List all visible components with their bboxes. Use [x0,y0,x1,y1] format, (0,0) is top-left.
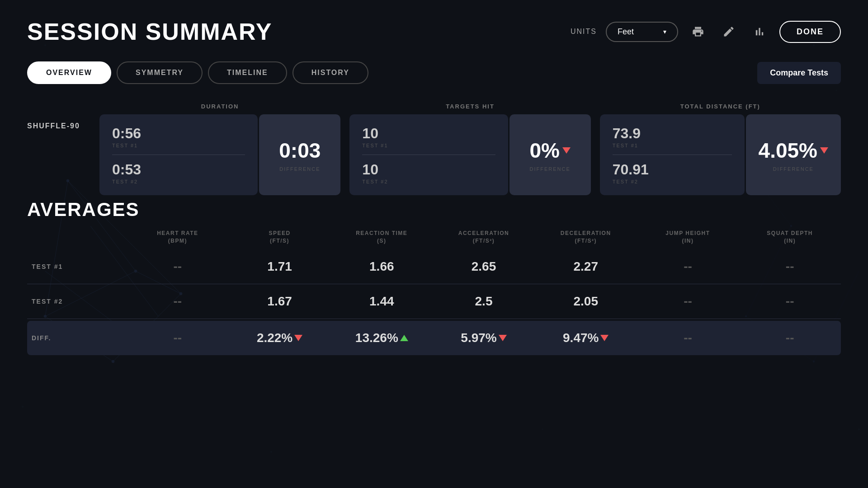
diff-heart-rate: -- [127,331,229,345]
page-title: SESSION SUMMARY [27,18,272,45]
distance-diff-card: 4.05% DIFFERENCE [746,114,841,195]
duration-test2-label: TEST #2 [112,179,245,184]
duration-group: 0:56 TEST #1 0:53 TEST #2 0:03 D [99,114,340,195]
tab-symmetry[interactable]: SYMMETRY [117,61,203,84]
tab-history[interactable]: HISTORY [292,61,368,84]
diff-jump: -- [637,331,739,345]
avg-col-decel: DECELERATION(FT/S²) [535,230,637,245]
diff-speed: 2.22% [229,331,331,345]
test2-speed: 1.67 [229,294,331,309]
diff-squat: -- [739,331,841,345]
tabs: OVERVIEW SYMMETRY TIMELINE HISTORY [27,61,368,84]
distance-test1-label: TEST #1 [613,143,732,148]
units-label: UNITS [571,28,597,36]
targets-tests-card: 10 TEST #1 10 TEST #2 [349,114,508,195]
chart-icon[interactable] [749,21,770,42]
distance-test2-label: TEST #2 [613,179,732,184]
test2-row-label: TEST #2 [27,298,127,305]
test1-heart-rate: -- [127,259,229,274]
targets-test1-label: TEST #1 [362,143,495,148]
duration-label: DURATION [99,103,340,110]
distance-tests-card: 73.9 TEST #1 70.91 TEST #2 [600,114,745,195]
duration-diff-card: 0:03 DIFFERENCE [259,114,340,195]
avg-col-squat: SQUAT DEPTH(IN) [739,230,841,245]
averages-title: AVERAGES [27,199,841,221]
test2-decel: 2.05 [535,294,637,309]
shuffle-label: SHUFFLE-90 [27,122,99,130]
tab-overview[interactable]: OVERVIEW [27,61,111,84]
diff-row-label: DIFF. [27,334,127,342]
targets-hit-group: 10 TEST #1 10 TEST #2 0% [349,114,590,195]
distance-diff-label: DIFFERENCE [773,166,814,172]
svg-point-28 [270,451,272,453]
averages-diff-row: DIFF. -- 2.22% 13.26% 5.97% 9.47% [27,321,841,355]
averages-section: AVERAGES HEART RATE(BPM) SPEED(FT/S) REA… [27,199,841,355]
test2-squat: -- [739,294,841,309]
test1-squat: -- [739,259,841,274]
distance-test1-value: 73.9 [613,125,732,142]
test1-row-label: TEST #1 [27,263,127,270]
distance-diff-down-icon [820,147,828,154]
edit-icon[interactable] [718,21,740,42]
units-value: Feet [618,27,634,37]
duration-test1-value: 0:56 [112,125,245,142]
done-button[interactable]: DONE [779,21,841,43]
distance-test2-value: 70.91 [613,161,732,178]
distance-group: 73.9 TEST #1 70.91 TEST #2 4.05% [600,114,841,195]
duration-test2-value: 0:53 [112,161,245,178]
print-icon[interactable] [687,21,709,42]
test1-speed: 1.71 [229,259,331,274]
duration-diff-label: DIFFERENCE [279,166,320,172]
compare-tests-button[interactable]: Compare Tests [757,62,841,84]
svg-point-27 [858,428,860,430]
diff-decel: 9.47% [535,331,637,345]
averages-header-row: HEART RATE(BPM) SPEED(FT/S) REACTION TIM… [27,230,841,249]
diff-accel-down-icon [499,335,507,341]
diff-reaction-up-icon [400,335,408,341]
test1-decel: 2.27 [535,259,637,274]
test1-jump: -- [637,259,739,274]
targets-test1-value: 10 [362,125,495,142]
averages-test1-row: TEST #1 -- 1.71 1.66 2.65 2.27 -- -- [27,249,841,284]
header: SESSION SUMMARY UNITS Feet ▾ [27,18,841,45]
avg-col-jump: JUMP HEIGHT(IN) [637,230,739,245]
duration-diff-value: 0:03 [279,138,321,163]
avg-col-heart-rate: HEART RATE(BPM) [127,230,229,245]
chevron-down-icon: ▾ [663,28,666,35]
total-distance-label: TOTAL DISTANCE (FT) [600,103,841,110]
targets-diff-label: DIFFERENCE [530,166,571,172]
svg-point-26 [22,406,24,408]
targets-diff-down-icon [562,147,571,154]
targets-diff-value: 0% [529,138,570,163]
diff-decel-down-icon [600,335,609,341]
test2-reaction: 1.44 [330,294,433,309]
test2-accel: 2.5 [433,294,535,309]
test1-accel: 2.65 [433,259,535,274]
stats-section: SHUFFLE-90 DURATION [27,99,841,195]
diff-accel: 5.97% [433,331,535,345]
nav-row: OVERVIEW SYMMETRY TIMELINE HISTORY Compa… [27,61,841,84]
targets-test2-value: 10 [362,161,495,178]
targets-hit-label: TARGETS HIT [349,103,590,110]
stats-label-col: SHUFFLE-90 [27,99,99,136]
avg-col-reaction: REACTION TIME(S) [330,230,433,245]
tab-timeline[interactable]: TIMELINE [208,61,287,84]
averages-table: HEART RATE(BPM) SPEED(FT/S) REACTION TIM… [27,230,841,355]
targets-test2-label: TEST #2 [362,179,495,184]
header-controls: UNITS Feet ▾ DONE [571,21,841,43]
diff-speed-down-icon [294,335,302,341]
svg-point-29 [542,429,543,430]
test2-jump: -- [637,294,739,309]
distance-diff-value: 4.05% [759,138,828,163]
averages-test2-row: TEST #2 -- 1.67 1.44 2.5 2.05 -- -- [27,284,841,319]
avg-col-speed: SPEED(FT/S) [229,230,331,245]
diff-reaction: 13.26% [330,331,433,345]
targets-diff-card: 0% DIFFERENCE [509,114,591,195]
test2-heart-rate: -- [127,294,229,309]
test1-reaction: 1.66 [330,259,433,274]
duration-test1-label: TEST #1 [112,143,245,148]
duration-tests-card: 0:56 TEST #1 0:53 TEST #2 [99,114,258,195]
avg-col-accel: ACCELERATION(FT/S²) [433,230,535,245]
units-dropdown[interactable]: Feet ▾ [606,22,678,42]
